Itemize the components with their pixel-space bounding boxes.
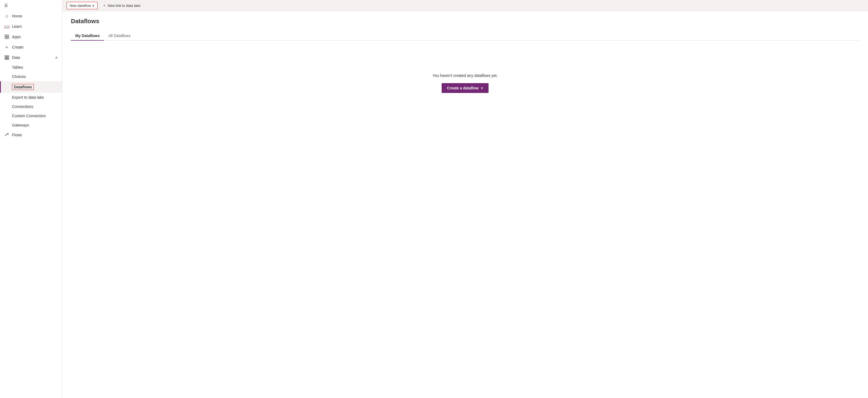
dataflows-label: Dataflows bbox=[12, 84, 34, 90]
sidebar-item-tables[interactable]: Tables bbox=[0, 63, 62, 72]
toolbar: New dataflow ∨ ＋ New link to data lake bbox=[62, 0, 868, 11]
svg-rect-8 bbox=[5, 59, 6, 59]
svg-rect-3 bbox=[7, 37, 9, 39]
tab-all-dataflows[interactable]: All Dataflows bbox=[104, 31, 135, 41]
flows-icon bbox=[4, 132, 9, 137]
sidebar-item-create-label: Create bbox=[12, 45, 24, 49]
sidebar-item-apps[interactable]: Apps bbox=[0, 32, 62, 42]
data-chevron-icon: ∧ bbox=[55, 56, 58, 59]
content-area: Dataflows My Dataflows All Dataflows You… bbox=[62, 11, 868, 398]
sidebar-item-flows[interactable]: Flows bbox=[0, 130, 62, 140]
sidebar-item-connections[interactable]: Connections bbox=[0, 102, 62, 111]
home-icon: ⌂ bbox=[4, 13, 9, 19]
new-link-button[interactable]: ＋ New link to data lake bbox=[100, 2, 143, 9]
create-dataflow-chevron-icon: ∨ bbox=[480, 86, 483, 90]
new-link-label: New link to data lake bbox=[108, 4, 141, 8]
sidebar-item-home[interactable]: ⌂ Home bbox=[0, 11, 62, 21]
svg-rect-9 bbox=[7, 59, 9, 59]
sidebar: ☰ ⌂ Home 📖 Learn Apps ＋ Create bbox=[0, 0, 62, 398]
new-link-plus-icon: ＋ bbox=[102, 3, 106, 8]
sidebar-item-learn-label: Learn bbox=[12, 24, 22, 29]
tab-all-dataflows-label: All Dataflows bbox=[108, 34, 130, 38]
learn-icon: 📖 bbox=[4, 24, 9, 29]
export-label: Export to data lake bbox=[12, 95, 44, 100]
svg-rect-7 bbox=[7, 57, 9, 58]
main-content: New dataflow ∨ ＋ New link to data lake D… bbox=[62, 0, 868, 398]
menu-button[interactable]: ☰ bbox=[0, 0, 62, 11]
sidebar-item-export[interactable]: Export to data lake bbox=[0, 93, 62, 102]
custom-connectors-label: Custom Connectors bbox=[12, 114, 46, 118]
choices-label: Choices bbox=[12, 74, 26, 79]
gateways-label: Gateways bbox=[12, 123, 29, 127]
tabs: My Dataflows All Dataflows bbox=[71, 31, 859, 41]
svg-rect-2 bbox=[5, 37, 6, 39]
sidebar-item-gateways[interactable]: Gateways bbox=[0, 121, 62, 130]
data-section-label: Data bbox=[12, 55, 20, 60]
sidebar-item-home-label: Home bbox=[12, 14, 22, 18]
data-icon bbox=[4, 55, 9, 60]
empty-state-text: You haven't created any dataflows yet. bbox=[433, 73, 498, 78]
svg-rect-1 bbox=[7, 35, 9, 36]
create-dataflow-label: Create a dataflow bbox=[447, 86, 479, 90]
tab-my-dataflows[interactable]: My Dataflows bbox=[71, 31, 104, 41]
sidebar-data-section[interactable]: Data ∧ bbox=[0, 52, 62, 63]
sidebar-item-apps-label: Apps bbox=[12, 35, 21, 39]
new-dataflow-chevron-icon: ∨ bbox=[92, 4, 95, 8]
sidebar-item-learn[interactable]: 📖 Learn bbox=[0, 21, 62, 32]
svg-rect-4 bbox=[5, 56, 6, 57]
hamburger-icon: ☰ bbox=[4, 3, 8, 8]
new-dataflow-label: New dataflow bbox=[69, 4, 91, 8]
sidebar-item-choices[interactable]: Choices bbox=[0, 72, 62, 81]
create-icon: ＋ bbox=[4, 45, 9, 49]
page-title: Dataflows bbox=[71, 18, 859, 25]
svg-rect-0 bbox=[5, 35, 6, 36]
tables-label: Tables bbox=[12, 65, 23, 69]
apps-icon bbox=[4, 34, 9, 39]
sidebar-item-create[interactable]: ＋ Create bbox=[0, 42, 62, 52]
sidebar-item-custom-connectors[interactable]: Custom Connectors bbox=[0, 111, 62, 121]
create-dataflow-button[interactable]: Create a dataflow ∨ bbox=[442, 83, 489, 93]
sidebar-item-dataflows[interactable]: Dataflows bbox=[0, 81, 62, 93]
new-dataflow-button[interactable]: New dataflow ∨ bbox=[67, 2, 98, 9]
svg-rect-5 bbox=[7, 56, 9, 57]
flows-label: Flows bbox=[12, 133, 22, 137]
tab-my-dataflows-label: My Dataflows bbox=[75, 34, 99, 38]
connections-label: Connections bbox=[12, 104, 33, 109]
empty-state: You haven't created any dataflows yet. C… bbox=[71, 52, 859, 115]
svg-rect-6 bbox=[5, 57, 6, 58]
